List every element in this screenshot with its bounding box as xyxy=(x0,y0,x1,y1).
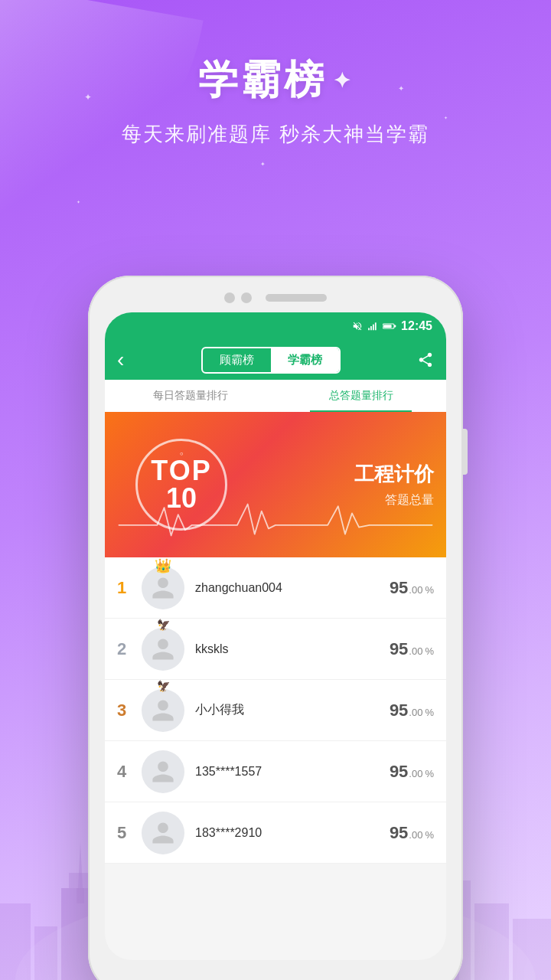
rank-name-4: 135****1557 xyxy=(195,765,390,779)
rank-score-1: 95 .00 % xyxy=(390,578,434,598)
score-decimal-1: .00 xyxy=(409,584,422,596)
rank-number-4: 4 xyxy=(117,762,142,782)
rank-item: 2 🦅 kkskls 95 .00 % xyxy=(105,619,446,680)
score-decimal-3: .00 xyxy=(409,707,422,718)
svg-rect-20 xyxy=(373,325,374,331)
avatar-silhouette-2 xyxy=(150,636,176,662)
svg-rect-19 xyxy=(370,326,372,330)
status-bar: 12:45 xyxy=(105,312,446,340)
rank-avatar-wrapper-5 xyxy=(142,812,184,854)
rank-score-2: 95 .00 % xyxy=(390,639,434,659)
sparkle-icon: ✦ xyxy=(333,68,354,93)
sub-tabs: 每日答题量排行 总答题量排行 xyxy=(105,380,446,412)
score-main-3: 95 xyxy=(390,701,408,720)
score-main-1: 95 xyxy=(390,578,408,598)
crown-icon-2: 🦅 xyxy=(157,619,170,631)
avatar-silhouette-3 xyxy=(150,697,176,724)
score-main-5: 95 xyxy=(390,823,408,843)
score-unit-2: % xyxy=(425,645,434,657)
share-button[interactable] xyxy=(417,351,434,368)
score-unit-4: % xyxy=(425,768,434,779)
rank-name-5: 183****2910 xyxy=(195,826,390,840)
side-button xyxy=(463,429,468,475)
camera-dot-1 xyxy=(224,292,235,303)
score-main-4: 95 xyxy=(390,762,408,782)
rank-number-2: 2 xyxy=(117,639,142,659)
crown-icon-3: 🦅 xyxy=(157,680,170,692)
rank-avatar-4 xyxy=(142,750,184,793)
rank-item: 3 🦅 小小得我 95 .00 % xyxy=(105,680,446,741)
top-section: 学霸榜 ✦ 每天来刷准题库 秒杀大神当学霸 xyxy=(0,0,551,148)
rank-score-5: 95 .00 % xyxy=(390,823,434,843)
phone-outer-shell: 12:45 ‹ 顾霸榜 学霸榜 每日答题量排行 总 xyxy=(88,276,463,980)
signal-icon xyxy=(367,321,378,332)
phone-screen: 12:45 ‹ 顾霸榜 学霸榜 每日答题量排行 总 xyxy=(105,312,446,960)
rank-number-1: 1 xyxy=(117,578,142,598)
battery-icon xyxy=(383,321,396,332)
phone-top-bar xyxy=(105,292,446,303)
svg-rect-24 xyxy=(394,325,396,328)
rank-item: 5 183****2910 95 .00 % xyxy=(105,802,446,864)
score-main-2: 95 xyxy=(390,639,408,659)
crown-icon-1: 👑 xyxy=(155,557,171,574)
page-subtitle: 每天来刷准题库 秒杀大神当学霸 xyxy=(0,121,551,148)
avatar-silhouette-1 xyxy=(150,575,176,601)
rank-avatar-3 xyxy=(142,689,184,732)
rank-avatar-wrapper-2: 🦅 xyxy=(142,628,184,671)
status-time: 12:45 xyxy=(401,319,432,333)
top-label: TOP xyxy=(151,457,211,485)
rank-item: 1 👑 zhangchuan004 95 .00 % xyxy=(105,557,446,619)
score-decimal-4: .00 xyxy=(409,768,422,779)
mute-icon xyxy=(352,321,363,332)
status-icons: 12:45 xyxy=(352,319,432,333)
rank-avatar-2 xyxy=(142,628,184,671)
svg-rect-23 xyxy=(383,325,392,328)
sub-tab-total[interactable]: 总答题量排行 xyxy=(276,380,446,412)
leaderboard-list: 1 👑 zhangchuan004 95 .00 % xyxy=(105,557,446,864)
rank-number-5: 5 xyxy=(117,823,142,843)
score-unit-1: % xyxy=(425,584,434,596)
rank-number-3: 3 xyxy=(117,701,142,720)
rank-avatar-wrapper-4 xyxy=(142,750,184,793)
rank-avatar-wrapper-1: 👑 xyxy=(142,567,184,609)
leaderboard-banner: TOP 10 工程计价 答题总量 xyxy=(105,412,446,557)
nav-tabs: 顾霸榜 学霸榜 xyxy=(201,347,341,374)
phone-mockup: 12:45 ‹ 顾霸榜 学霸榜 每日答题量排行 总 xyxy=(88,276,463,980)
rank-name-3: 小小得我 xyxy=(195,702,390,718)
speaker-bar xyxy=(266,294,327,302)
nav-bar: ‹ 顾霸榜 学霸榜 xyxy=(105,340,446,380)
score-unit-3: % xyxy=(425,707,434,718)
tab-guba[interactable]: 顾霸榜 xyxy=(203,348,271,372)
sub-tab-daily[interactable]: 每日答题量排行 xyxy=(105,380,276,412)
rank-item: 4 135****1557 95 .00 % xyxy=(105,741,446,802)
banner-category: 工程计价 xyxy=(258,461,434,488)
rank-avatar-wrapper-3: 🦅 xyxy=(142,689,184,732)
rank-avatar-5 xyxy=(142,812,184,854)
rank-score-3: 95 .00 % xyxy=(390,701,434,720)
camera-dot-2 xyxy=(241,292,252,303)
back-button[interactable]: ‹ xyxy=(117,348,124,372)
score-decimal-2: .00 xyxy=(409,645,422,657)
rank-name-1: zhangchuan004 xyxy=(195,581,390,595)
page-title: 学霸榜 xyxy=(198,54,327,107)
tab-xueba[interactable]: 学霸榜 xyxy=(271,348,339,372)
main-title-container: 学霸榜 ✦ xyxy=(0,54,551,107)
avatar-silhouette-5 xyxy=(150,820,176,846)
rank-score-4: 95 .00 % xyxy=(390,762,434,782)
svg-rect-18 xyxy=(368,328,370,330)
svg-rect-21 xyxy=(375,322,377,330)
camera-area xyxy=(224,292,252,303)
rank-name-2: kkskls xyxy=(195,642,390,656)
heartbeat-decoration xyxy=(105,501,446,542)
score-decimal-5: .00 xyxy=(409,829,422,841)
score-unit-5: % xyxy=(425,829,434,841)
avatar-silhouette-4 xyxy=(150,759,176,785)
